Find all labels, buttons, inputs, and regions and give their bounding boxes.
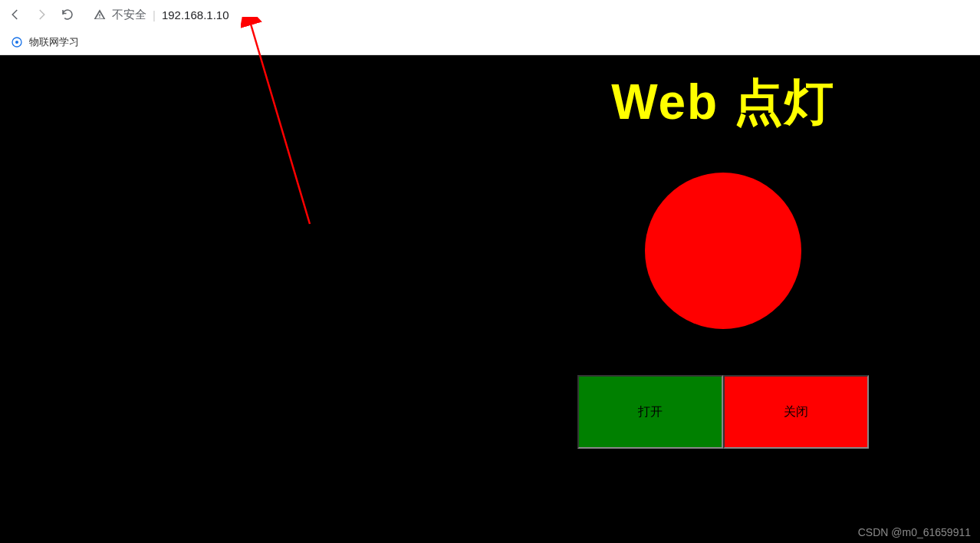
watermark: CSDN @m0_61659911 xyxy=(858,526,971,538)
page-body: Web 点灯 打开 关闭 CSDN @m0_61659911 xyxy=(0,55,980,543)
button-row: 打开 关闭 xyxy=(577,375,869,449)
not-secure-label: 不安全 xyxy=(112,8,146,22)
page-title: Web 点灯 xyxy=(611,69,835,136)
close-button[interactable]: 关闭 xyxy=(723,375,869,449)
address-bar[interactable]: 不安全 | 192.168.1.10 xyxy=(86,8,972,22)
forward-button[interactable] xyxy=(34,7,49,22)
close-button-label: 关闭 xyxy=(784,404,808,420)
browser-toolbar: 不安全 | 192.168.1.10 xyxy=(0,0,980,29)
reload-button[interactable] xyxy=(60,7,75,22)
bookmark-bar: 物联网学习 xyxy=(0,29,980,55)
url-text: 192.168.1.10 xyxy=(162,8,229,21)
arrow-right-icon xyxy=(35,8,48,21)
bookmark-favicon xyxy=(11,36,23,48)
content-column: Web 点灯 打开 关闭 xyxy=(558,69,888,449)
open-button-label: 打开 xyxy=(638,404,663,420)
arrow-left-icon xyxy=(8,8,22,21)
warning-icon xyxy=(94,8,106,21)
back-button[interactable] xyxy=(8,7,23,22)
reload-icon xyxy=(61,8,74,21)
address-divider: | xyxy=(153,8,156,21)
bookmark-label[interactable]: 物联网学习 xyxy=(29,35,79,49)
open-button[interactable]: 打开 xyxy=(577,375,723,449)
led-indicator xyxy=(645,173,801,329)
svg-point-1 xyxy=(15,41,18,44)
